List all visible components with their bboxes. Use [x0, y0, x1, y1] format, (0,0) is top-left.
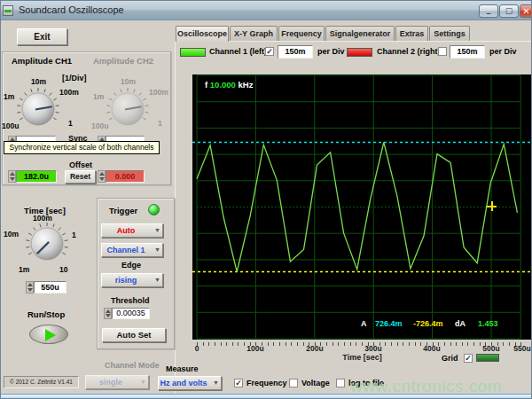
- tab-settings[interactable]: Settings: [429, 26, 470, 41]
- minimize-button[interactable]: –: [479, 4, 498, 18]
- x-tick-0: 0: [195, 344, 200, 353]
- amp2-tick-1: 1: [158, 119, 162, 128]
- offset-ch1-spinner[interactable]: [8, 170, 16, 183]
- tab-oscilloscope[interactable]: Oscilloscope: [176, 26, 229, 42]
- channel2-color-swatch: [347, 48, 372, 57]
- x-tick-300u: 300u: [364, 344, 381, 353]
- amp1-tick-10m: 10m: [31, 77, 46, 86]
- runstop-button[interactable]: [29, 325, 68, 344]
- title-bar[interactable]: Soundcard Oszilloscope – ▢ ✕: [1, 1, 532, 20]
- channel-mode-label: Channel Mode: [105, 361, 160, 370]
- app-window: Soundcard Oszilloscope – ▢ ✕ Exit Oscill…: [0, 0, 532, 399]
- amplitude-ch2-title: Amplitude CH2: [93, 56, 153, 66]
- channel1-scale-checkbox[interactable]: ✓: [265, 47, 274, 56]
- log-to-file-checkbox[interactable]: [336, 379, 345, 387]
- freq-value: 10.000: [210, 80, 236, 90]
- x-tick-500u: 500u: [482, 344, 499, 353]
- time-tick-1: 1: [72, 231, 76, 239]
- amplitude-ch2-knob: [105, 86, 151, 132]
- trigger-mode-value: Auto: [102, 226, 150, 235]
- close-button[interactable]: ✕: [520, 4, 532, 18]
- maximize-icon: ▢: [500, 5, 518, 17]
- app-icon: [3, 5, 13, 16]
- copyright-text: © 2012 C. Zeitnitz V1.41: [4, 376, 79, 388]
- frequency-checkbox-label: Frequency: [246, 379, 287, 387]
- channel2-label: Channel 2 (right): [377, 47, 441, 56]
- measure-mode-dropdown[interactable]: Hz and volts ▼: [158, 376, 222, 390]
- threshold-spinner[interactable]: [104, 308, 112, 319]
- scope-plot[interactable]: f 10.000 kHz A 726.4m -726.4m dA 1.453: [192, 74, 532, 340]
- amp1-tick-100m: 100m: [59, 88, 79, 97]
- amp1-tick-1m: 1m: [4, 92, 14, 101]
- voltage-checkbox[interactable]: [289, 379, 298, 387]
- x-axis-ticks: [197, 342, 521, 346]
- grid-checkbox[interactable]: ✓: [464, 354, 473, 363]
- close-icon: ✕: [520, 5, 532, 17]
- time-tick-10: 10: [59, 265, 67, 274]
- amp1-tick-1: 1: [68, 119, 73, 128]
- measure-mode-value: Hz and volts: [159, 379, 208, 387]
- watermark-text: www.cntronics.com: [350, 377, 502, 396]
- edge-label: Edge: [121, 261, 141, 270]
- meas-da-value: 1.453: [478, 319, 498, 328]
- trigger-source-dropdown[interactable]: Channel 1 ▼: [101, 243, 163, 257]
- autoset-button[interactable]: Auto Set: [102, 328, 166, 342]
- channel1-label: Channel 1 (left): [209, 47, 267, 56]
- time-value-field[interactable]: 550u: [34, 281, 66, 293]
- time-tick-100m: 100m: [33, 214, 52, 223]
- x-tick-550u: 550u: [513, 344, 530, 353]
- tab-frequency[interactable]: Frequency: [278, 26, 325, 41]
- trigger-led: [148, 204, 160, 215]
- sync-tooltip: Synchronize vertical scale of both chann…: [4, 141, 160, 154]
- plot-cursor-icon[interactable]: [487, 201, 497, 211]
- freq-prefix: f: [205, 80, 207, 90]
- tab-signalgenerator[interactable]: Signalgenerator: [325, 26, 395, 41]
- grid-color-swatch[interactable]: [476, 354, 499, 362]
- threshold-field[interactable]: 0.00035: [112, 308, 150, 319]
- amp1-tick-100u: 100u: [2, 121, 19, 130]
- channel1-per-div-label: per Div: [317, 47, 345, 56]
- offset-reset-button[interactable]: Reset: [65, 170, 96, 184]
- waveform-canvas: [192, 74, 532, 340]
- amp2-tick-100u: 100u: [91, 121, 108, 130]
- x-tick-100u: 100u: [246, 344, 263, 353]
- chevron-down-icon: ▼: [140, 379, 146, 385]
- x-tick-200u: 200u: [306, 344, 323, 353]
- measure-title: Measure: [166, 364, 199, 373]
- frequency-checkbox[interactable]: ✓: [234, 379, 243, 387]
- play-icon: [45, 329, 56, 341]
- time-tick-1m: 1m: [19, 265, 29, 274]
- knob-face: [24, 221, 70, 267]
- tab-xy-graph[interactable]: X-Y Graph: [230, 26, 278, 41]
- chevron-down-icon: ▼: [154, 227, 160, 233]
- threshold-label: Threshold: [111, 296, 150, 305]
- offset-title: Offset: [69, 160, 92, 169]
- chevron-down-icon: ▼: [213, 379, 219, 386]
- tab-extras[interactable]: Extras: [395, 26, 428, 41]
- offset-ch1-field[interactable]: 182.0u: [16, 170, 57, 183]
- meas-min: -726.4m: [413, 319, 443, 328]
- knob-face: [15, 86, 61, 132]
- time-value-spinner[interactable]: [26, 281, 34, 293]
- frequency-readout: f 10.000 kHz: [205, 80, 253, 90]
- meas-a-label: A: [361, 319, 367, 328]
- offset-ch2-spinner: [98, 170, 106, 183]
- voltage-checkbox-label: Voltage: [301, 379, 330, 387]
- trigger-mode-dropdown[interactable]: Auto ▼: [101, 223, 163, 238]
- amp2-tick-100m: 100m: [149, 88, 168, 97]
- channel-mode-value: single: [86, 378, 136, 387]
- exit-button[interactable]: Exit: [17, 28, 67, 45]
- channel2-scale-checkbox[interactable]: [438, 47, 447, 56]
- maximize-button[interactable]: ▢: [499, 4, 519, 18]
- x-tick-400u: 400u: [423, 344, 440, 353]
- meas-da-label: dA: [455, 319, 466, 328]
- amplitude-ch1-knob[interactable]: [15, 86, 61, 132]
- channel2-scale-field[interactable]: 150m: [450, 45, 485, 59]
- runstop-label: Run/Stop: [27, 309, 65, 319]
- time-knob[interactable]: [24, 221, 70, 267]
- chevron-down-icon: ▼: [154, 246, 160, 253]
- trigger-edge-dropdown[interactable]: rising ▼: [101, 273, 163, 287]
- trigger-edge-value: rising: [102, 276, 150, 285]
- channel1-scale-field[interactable]: 150m: [278, 45, 313, 59]
- channel2-per-div-label: per Div: [489, 47, 517, 56]
